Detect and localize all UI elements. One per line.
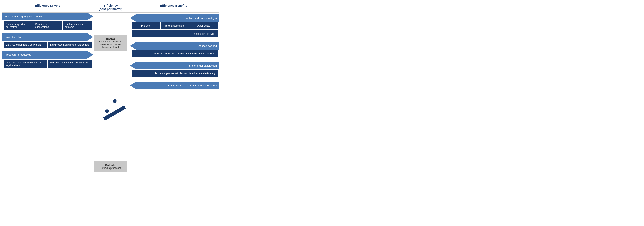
center-panel: Inputs: Expenditure includingon external… (94, 13, 128, 194)
prosecution-life-cycle: Prosecution life cycle (132, 31, 218, 37)
left-boxes-3: Leverage (Per cent time spent on legal m… (2, 59, 93, 69)
right-section-3: Stakeholder satisfaction Per cent agenci… (130, 62, 219, 77)
list-item: Early resolution (early guilty plea) (4, 42, 47, 48)
efficiency-title-line2: (cost per matter) (99, 7, 122, 11)
left-section-1: Investigative agency brief quality Numbe… (2, 13, 93, 31)
left-section-3: Prosecutor productivity Leverage (Per ce… (2, 51, 93, 69)
content-row: Investigative agency brief quality Numbe… (2, 13, 219, 194)
brief-assessments-row: Brief assessments received / Brief asses… (132, 50, 218, 57)
percent-agencies-row: Per cent agencies satisfied with timelin… (132, 70, 218, 77)
diagonal-area (94, 90, 127, 122)
list-item: Duration of suspensions (34, 21, 62, 30)
header-right: Efficiency Benefits (128, 2, 219, 12)
inputs-box: Inputs: Expenditure includingon external… (94, 35, 127, 51)
list-item: Brief assessment outcome (63, 21, 92, 30)
outputs-text: Referrals processed (100, 167, 122, 169)
left-panel: Investigative agency brief quality Numbe… (2, 13, 94, 194)
right-section-4: Overall cost to the Australian Governmen… (130, 81, 219, 89)
right-banner-2: Reduced backlog (130, 42, 219, 50)
spacer (2, 32, 93, 33)
right-section-2: Reduced backlog Brief assessments receiv… (130, 42, 219, 58)
left-banner-2: Profitable effort (2, 33, 93, 41)
dot-upper (113, 99, 116, 103)
right-banner-3: Stakeholder satisfaction (130, 62, 219, 69)
left-section-2: Profitable effort Early resolution (earl… (2, 33, 93, 49)
efficiency-title-line1: Efficiency (104, 4, 118, 7)
list-item: Workload compared to benchmarks (48, 60, 92, 68)
right-section-1: Timeliness (duration in days) Pre-brief … (130, 14, 219, 38)
list-item: Low prosecution discontinuance rate (48, 42, 92, 48)
list-item: Number requisitions per matter (4, 21, 32, 30)
list-item: Other phase (190, 22, 218, 29)
main-diagram: Efficiency Drivers Efficiency (cost per … (2, 2, 220, 194)
header-left: Efficiency Drivers (2, 2, 94, 12)
list-item: Brief assessment (161, 22, 189, 29)
left-boxes-1: Number requisitions per matter Duration … (2, 20, 93, 31)
right-panel: Timeliness (duration in days) Pre-brief … (128, 13, 219, 194)
left-banner-3: Prosecutor productivity (2, 51, 93, 59)
header-row: Efficiency Drivers Efficiency (cost per … (2, 2, 219, 13)
efficiency-benefits-title: Efficiency Benefits (160, 4, 187, 7)
spacer (2, 49, 93, 51)
right-banner-1: Timeliness (duration in days) (130, 14, 219, 22)
list-item: Leverage (Per cent time spent on legal m… (4, 60, 47, 68)
right-banner-4: Overall cost to the Australian Governmen… (130, 81, 219, 89)
diagonal-bar (103, 105, 126, 121)
dot-lower (105, 109, 109, 113)
inputs-text: Expenditure includingon external counsel… (99, 40, 122, 49)
diagonal-svg (94, 90, 127, 122)
left-banner-1: Investigative agency brief quality (2, 13, 93, 20)
right-content: Timeliness (duration in days) Pre-brief … (128, 13, 219, 92)
list-item: Pre-brief (132, 22, 160, 29)
outputs-box: Outputs: Referrals processed (94, 161, 127, 172)
left-boxes-2: Early resolution (early guilty plea) Low… (2, 41, 93, 49)
header-center: Efficiency (cost per matter) (94, 2, 128, 12)
efficiency-drivers-title: Efficiency Drivers (35, 4, 60, 7)
right-blue-boxes-1: Pre-brief Brief assessment Other phase (132, 22, 218, 29)
